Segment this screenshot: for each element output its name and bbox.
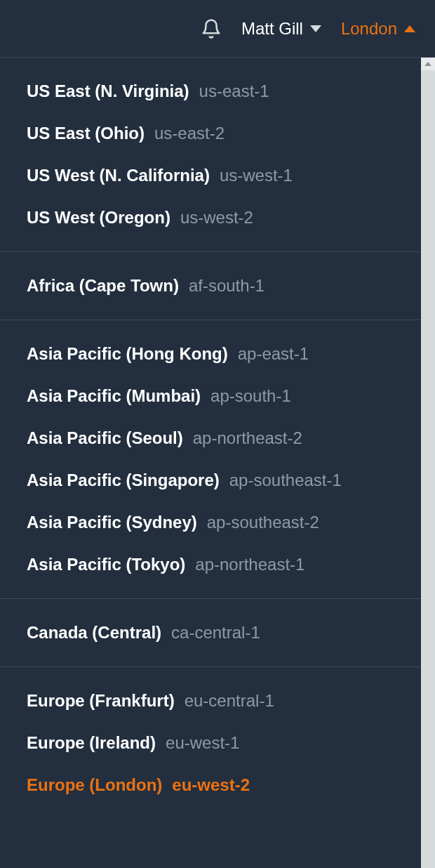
region-code: eu-west-2: [172, 775, 250, 795]
region-name: Europe (Ireland): [27, 733, 156, 753]
scrollbar-up-arrow-icon[interactable]: [421, 58, 435, 70]
region-name: US West (N. California): [27, 166, 210, 185]
region-item[interactable]: Europe (Ireland)eu-west-1: [0, 722, 421, 764]
region-code: eu-west-1: [166, 733, 239, 753]
region-code: us-west-2: [180, 208, 253, 228]
scrollbar[interactable]: [421, 58, 435, 868]
region-group: US East (N. Virginia)us-east-1US East (O…: [0, 58, 421, 252]
region-code: af-south-1: [189, 276, 265, 296]
region-group: Asia Pacific (Hong Kong)ap-east-1Asia Pa…: [0, 320, 421, 599]
user-menu[interactable]: Matt Gill: [241, 19, 321, 39]
region-menu[interactable]: London: [341, 19, 415, 39]
region-name: US West (Oregon): [27, 208, 170, 228]
region-code: us-west-1: [220, 166, 293, 185]
region-item[interactable]: Asia Pacific (Hong Kong)ap-east-1: [0, 333, 421, 375]
region-item[interactable]: Asia Pacific (Sydney)ap-southeast-2: [0, 501, 421, 544]
region-item[interactable]: Asia Pacific (Singapore)ap-southeast-1: [0, 459, 421, 501]
user-label: Matt Gill: [241, 19, 303, 39]
region-item[interactable]: Europe (London)eu-west-2: [0, 764, 421, 806]
region-name: Canada (Central): [27, 623, 161, 643]
region-code: eu-central-1: [185, 691, 274, 711]
region-item[interactable]: Africa (Cape Town)af-south-1: [0, 265, 421, 307]
region-code: us-east-1: [199, 81, 269, 101]
region-name: Africa (Cape Town): [27, 276, 179, 296]
region-code: ap-southeast-1: [229, 471, 342, 490]
region-item[interactable]: US East (Ohio)us-east-2: [0, 112, 421, 154]
topbar: Matt Gill London: [0, 0, 435, 58]
region-label: London: [341, 19, 397, 39]
region-item[interactable]: US West (Oregon)us-west-2: [0, 197, 421, 239]
region-name: Asia Pacific (Hong Kong): [27, 344, 228, 364]
region-code: ap-south-1: [210, 386, 291, 406]
region-name: Europe (Frankfurt): [27, 691, 175, 711]
region-item[interactable]: US West (N. California)us-west-1: [0, 154, 421, 197]
region-name: Asia Pacific (Seoul): [27, 428, 183, 448]
region-code: us-east-2: [154, 124, 225, 143]
region-group: Europe (Frankfurt)eu-central-1Europe (Ir…: [0, 667, 421, 819]
region-group: Africa (Cape Town)af-south-1: [0, 252, 421, 320]
region-name: US East (N. Virginia): [27, 81, 189, 101]
region-item[interactable]: Asia Pacific (Seoul)ap-northeast-2: [0, 417, 421, 459]
region-dropdown-panel: US East (N. Virginia)us-east-1US East (O…: [0, 58, 435, 868]
region-name: Asia Pacific (Sydney): [27, 513, 197, 532]
region-item[interactable]: Asia Pacific (Tokyo)ap-northeast-1: [0, 544, 421, 586]
region-list[interactable]: US East (N. Virginia)us-east-1US East (O…: [0, 58, 421, 868]
region-code: ap-southeast-2: [207, 513, 319, 532]
region-code: ap-northeast-1: [195, 555, 304, 574]
region-name: US East (Ohio): [27, 124, 145, 143]
caret-down-icon: [310, 25, 321, 32]
region-name: Asia Pacific (Singapore): [27, 471, 220, 490]
region-item[interactable]: Asia Pacific (Mumbai)ap-south-1: [0, 375, 421, 417]
region-item[interactable]: Europe (Frankfurt)eu-central-1: [0, 680, 421, 722]
region-name: Asia Pacific (Tokyo): [27, 555, 185, 574]
region-item[interactable]: Canada (Central)ca-central-1: [0, 612, 421, 654]
region-name: Asia Pacific (Mumbai): [27, 386, 201, 406]
region-group: Canada (Central)ca-central-1: [0, 599, 421, 667]
region-item[interactable]: US East (N. Virginia)us-east-1: [0, 70, 421, 112]
caret-up-icon: [404, 25, 415, 32]
region-code: ca-central-1: [171, 623, 260, 643]
region-code: ap-east-1: [238, 344, 309, 364]
notifications-icon[interactable]: [201, 18, 222, 39]
region-code: ap-northeast-2: [193, 428, 302, 448]
region-name: Europe (London): [27, 775, 162, 795]
